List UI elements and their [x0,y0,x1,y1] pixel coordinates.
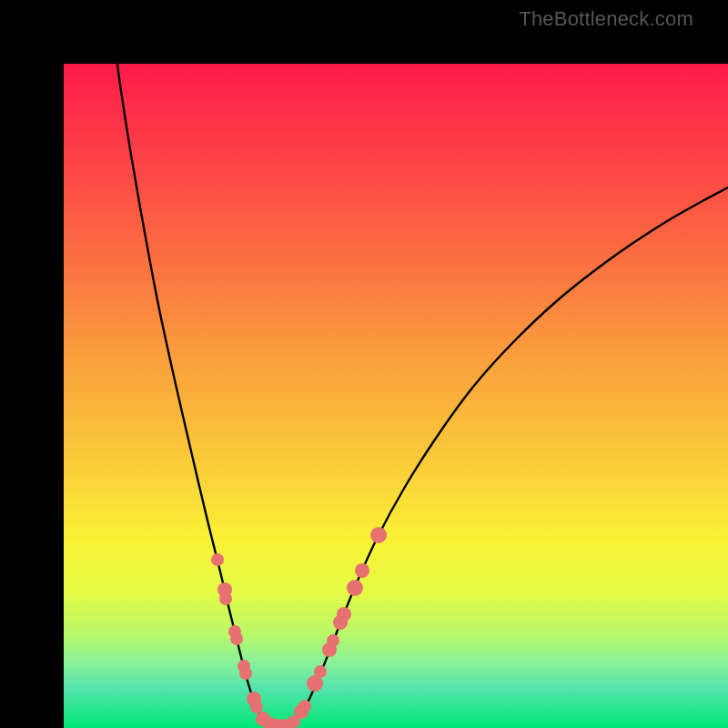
marker-dot [327,634,339,647]
marker-dot [370,527,387,543]
plot-area [64,64,728,728]
chart-frame [0,0,728,728]
watermark-text: TheBottleneck.com [519,7,693,31]
marker-dot [298,700,311,713]
marker-dot [347,580,363,596]
marker-dot [337,607,351,622]
gradient-background [64,64,728,728]
marker-dot [239,667,252,680]
marker-dot [314,665,327,678]
plot-svg [64,64,728,728]
marker-dot [219,592,232,605]
marker-dot [355,563,369,578]
marker-dot [250,701,263,713]
marker-dot [211,553,224,566]
marker-dot [230,632,243,645]
